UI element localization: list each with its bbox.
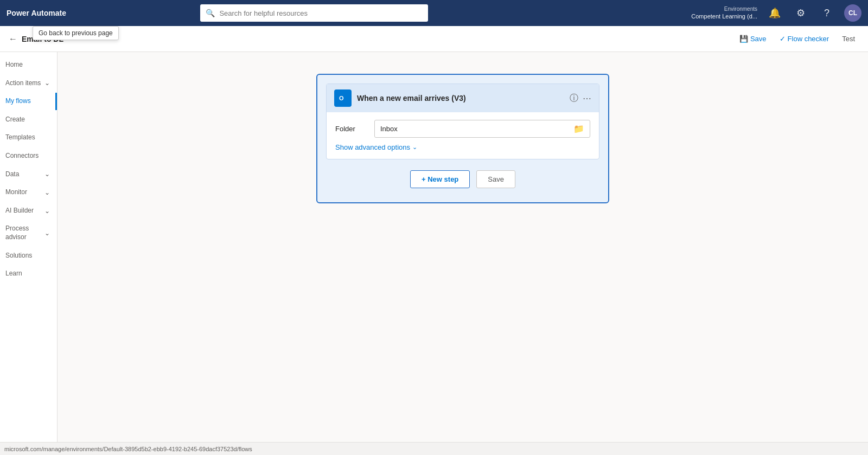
- trigger-title: When a new email arrives (V3): [357, 94, 564, 102]
- sidebar-item-data[interactable]: Data ⌄: [0, 166, 57, 183]
- top-nav-right: Environments Competent Learning (d... 🔔 …: [691, 4, 861, 22]
- flow-canvas: O When a new email arrives (V3) ⓘ ⋯ Fold…: [58, 52, 868, 455]
- sidebar-label-data: Data: [5, 170, 19, 179]
- back-tooltip: Go back to previous page: [33, 26, 119, 40]
- outlook-icon: O: [334, 89, 352, 107]
- back-button[interactable]: ←: [9, 34, 17, 44]
- chevron-down-icon-monitor: ⌄: [44, 189, 50, 196]
- sidebar-label-home: Home: [5, 61, 23, 69]
- show-advanced-label: Show advanced options: [335, 143, 410, 151]
- flow-container: O When a new email arrives (V3) ⓘ ⋯ Fold…: [316, 74, 609, 203]
- sidebar-label-ai-builder: AI Builder: [5, 207, 34, 215]
- trigger-more-button[interactable]: ⋯: [583, 93, 591, 104]
- sidebar-item-create[interactable]: Create: [0, 111, 57, 129]
- sidebar-item-my-flows[interactable]: My flows: [0, 93, 57, 110]
- trigger-help-button[interactable]: ⓘ: [570, 93, 578, 104]
- folder-field-row: Folder Inbox 📁: [335, 120, 590, 138]
- sidebar-label-process-advisor: Process advisor: [5, 225, 44, 241]
- env-name: Competent Learning (d...: [691, 12, 757, 20]
- process-advisor-row: Process advisor ⌄: [5, 225, 50, 241]
- sidebar-item-process-advisor[interactable]: Process advisor ⌄: [0, 220, 57, 246]
- folder-picker-button[interactable]: 📁: [573, 124, 584, 134]
- data-row: Data ⌄: [5, 170, 50, 179]
- sidebar-item-home[interactable]: Home: [0, 56, 57, 74]
- flow-checker-button[interactable]: ✓ Flow checker: [775, 31, 834, 46]
- trigger-body: Folder Inbox 📁 Show advanced options ⌄: [327, 112, 599, 159]
- main-layout: Home Action items ⌄ My flows Create Temp…: [0, 52, 868, 455]
- sidebar-label-learn: Learn: [5, 270, 22, 278]
- folder-label: Folder: [335, 125, 368, 133]
- sub-header: ← Email to DL 💾 Save ✓ Flow checker Test: [0, 26, 868, 52]
- save-label: Save: [750, 35, 767, 43]
- search-input[interactable]: [219, 9, 423, 17]
- sub-header-actions: 💾 Save ✓ Flow checker Test: [735, 31, 859, 46]
- folder-input[interactable]: Inbox 📁: [374, 120, 590, 138]
- top-navigation: Power Automate 🔍 Environments Competent …: [0, 0, 868, 26]
- trigger-actions: ⓘ ⋯: [570, 93, 591, 104]
- chevron-down-icon-ai: ⌄: [44, 207, 50, 215]
- new-step-button[interactable]: + New step: [410, 170, 470, 188]
- sidebar-item-connectors[interactable]: Connectors: [0, 148, 57, 165]
- flow-checker-label: Flow checker: [788, 35, 829, 43]
- test-label: Test: [842, 35, 855, 43]
- search-bar[interactable]: 🔍: [200, 4, 428, 22]
- environment-info: Environments Competent Learning (d...: [691, 5, 757, 20]
- sidebar-item-monitor[interactable]: Monitor ⌄: [0, 184, 57, 201]
- trigger-card: O When a new email arrives (V3) ⓘ ⋯ Fold…: [326, 84, 599, 159]
- notification-button[interactable]: 🔔: [766, 4, 783, 22]
- sidebar-label-templates: Templates: [5, 133, 35, 142]
- chevron-down-icon: ⌄: [44, 79, 50, 87]
- sidebar: Home Action items ⌄ My flows Create Temp…: [0, 52, 58, 455]
- save-icon: 💾: [739, 35, 748, 43]
- help-button[interactable]: ?: [818, 4, 835, 22]
- folder-value: Inbox: [380, 125, 398, 133]
- sidebar-label-action-items: Action items: [5, 79, 41, 88]
- monitor-row: Monitor ⌄: [5, 188, 50, 197]
- settings-button[interactable]: ⚙: [792, 4, 809, 22]
- sidebar-label-create: Create: [5, 116, 25, 124]
- search-icon: 🔍: [206, 9, 215, 17]
- ai-builder-row: AI Builder ⌄: [5, 207, 50, 215]
- save-button[interactable]: 💾 Save: [735, 31, 771, 46]
- save-flow-button[interactable]: Save: [476, 170, 515, 188]
- svg-text:O: O: [339, 95, 344, 101]
- show-advanced-button[interactable]: Show advanced options ⌄: [335, 143, 417, 151]
- status-url: microsoft.com/manage/environments/Defaul…: [4, 446, 252, 452]
- sidebar-item-action-items[interactable]: Action items ⌄: [0, 75, 57, 92]
- checker-icon: ✓: [780, 35, 786, 43]
- chevron-down-icon-data: ⌄: [44, 170, 50, 178]
- chevron-down-icon-process: ⌄: [44, 229, 50, 237]
- sidebar-item-solutions[interactable]: Solutions: [0, 247, 57, 265]
- status-bar: microsoft.com/manage/environments/Defaul…: [0, 442, 868, 455]
- sidebar-item-ai-builder[interactable]: AI Builder ⌄: [0, 202, 57, 220]
- trigger-header: O When a new email arrives (V3) ⓘ ⋯: [327, 84, 599, 112]
- sidebar-item-learn[interactable]: Learn: [0, 265, 57, 283]
- action-items-row: Action items ⌄: [5, 79, 50, 88]
- sidebar-label-my-flows: My flows: [5, 97, 31, 106]
- flow-bottom-actions: + New step Save: [326, 159, 599, 194]
- app-brand: Power Automate: [7, 9, 66, 17]
- sidebar-label-solutions: Solutions: [5, 252, 32, 260]
- sidebar-label-connectors: Connectors: [5, 152, 39, 161]
- sidebar-item-templates[interactable]: Templates: [0, 129, 57, 146]
- avatar[interactable]: CL: [844, 4, 861, 22]
- chevron-down-icon-advanced: ⌄: [412, 144, 417, 151]
- test-button[interactable]: Test: [838, 31, 859, 46]
- env-label: Environments: [691, 5, 757, 12]
- sidebar-label-monitor: Monitor: [5, 188, 27, 197]
